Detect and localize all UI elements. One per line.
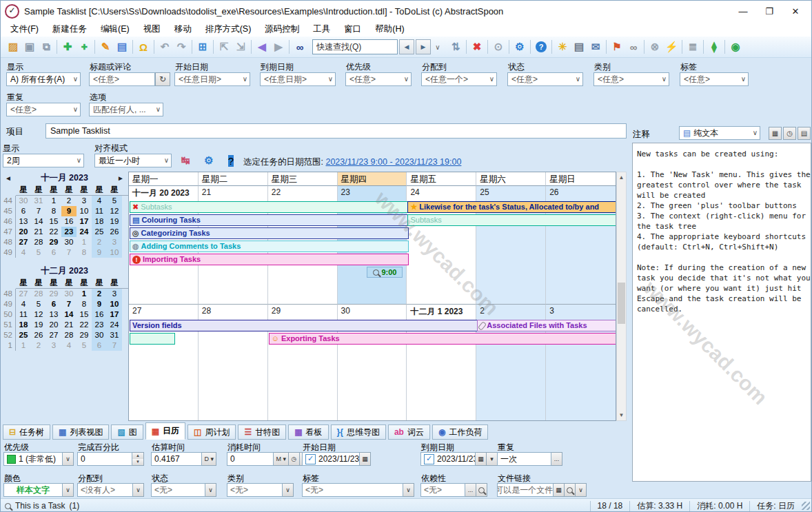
minimize-button[interactable]: — bbox=[731, 3, 755, 19]
filter-显示-combo[interactable]: A) 所有任务(A)∨ bbox=[6, 72, 81, 86]
mini-day-cell[interactable]: 25 bbox=[92, 227, 107, 237]
mini-day-cell[interactable]: 2 bbox=[31, 340, 46, 351]
mini-day-cell[interactable]: 21 bbox=[31, 227, 46, 237]
task-bar-categorizing-tasks[interactable]: ◎Categorizing Tasks bbox=[130, 227, 409, 239]
tab-列表视图[interactable]: ▦列表视图 bbox=[52, 424, 109, 440]
task-bar-mint[interactable] bbox=[130, 333, 175, 345]
task-bar-associated-files-with-tasks[interactable]: Associated Files with Tasks bbox=[477, 320, 616, 331]
tab-词云[interactable]: ab词云 bbox=[388, 424, 430, 440]
open-file-link-icon[interactable] bbox=[565, 483, 576, 497]
mini-day-cell[interactable]: 24 bbox=[77, 227, 92, 237]
time-badge[interactable]: 9:00 bbox=[367, 267, 403, 278]
snap-mode-combo[interactable]: 最近一小时∨ bbox=[94, 154, 172, 167]
field-value[interactable]: 0 bbox=[227, 452, 274, 466]
mini-day-cell[interactable]: 24 bbox=[107, 320, 122, 330]
chevron-down-icon[interactable]: ∨ bbox=[205, 483, 216, 497]
mini-day-cell[interactable]: 2 bbox=[61, 196, 77, 206]
comments-time-icon[interactable]: ◷ bbox=[783, 127, 796, 140]
mini-day-cell[interactable]: 7 bbox=[107, 340, 122, 351]
mini-day-cell[interactable]: 5 bbox=[31, 247, 46, 258]
tab-看板[interactable]: ▦看板 bbox=[288, 424, 328, 440]
mini-day-cell[interactable]: 17 bbox=[107, 309, 122, 320]
mini-day-cell[interactable]: 1 bbox=[46, 196, 61, 206]
chevron-down-icon[interactable]: ∨ bbox=[283, 483, 294, 497]
filter-选项-combo[interactable]: 匹配任何人, ...∨ bbox=[89, 103, 163, 116]
mini-day-cell[interactable]: 7 bbox=[31, 206, 46, 216]
mini-day-cell[interactable]: 29 bbox=[46, 237, 61, 247]
spin-up-icon[interactable]: ▲ bbox=[132, 453, 143, 459]
maximize-button[interactable]: ❐ bbox=[758, 3, 781, 19]
mini-day-cell[interactable]: 12 bbox=[107, 206, 122, 216]
calendar-picker-icon[interactable]: ▦ bbox=[360, 452, 371, 466]
filter-到期日期-combo[interactable]: <任意日期>∨ bbox=[260, 72, 336, 86]
date-range-link[interactable]: 2023/11/23 9:00 - 2023/11/23 19:00 bbox=[325, 157, 461, 167]
mini-day-cell[interactable]: 6 bbox=[46, 247, 61, 258]
tab-甘特图[interactable]: ☰甘特图 bbox=[238, 424, 286, 440]
task-bar-version-fields[interactable]: Version fields bbox=[130, 320, 478, 331]
mini-day-cell[interactable]: 18 bbox=[16, 320, 31, 330]
mini-day-cell[interactable]: 31 bbox=[31, 196, 46, 206]
task-bar-subtasks[interactable]: ✖Subtasks bbox=[130, 201, 409, 213]
delete-task-icon[interactable]: ✖ bbox=[469, 39, 485, 55]
prev-month-icon[interactable]: ◄ bbox=[3, 172, 13, 185]
field-value[interactable]: 0 bbox=[77, 452, 132, 466]
mini-day-cell[interactable]: 17 bbox=[77, 216, 92, 227]
date-checkbox[interactable]: ✓ bbox=[424, 454, 434, 464]
time-unit-button[interactable]: M ▾ bbox=[274, 452, 289, 466]
field-value[interactable]: 一次 bbox=[497, 452, 551, 466]
edit-task-icon[interactable]: ✎ bbox=[97, 39, 114, 55]
mini-day-cell[interactable]: 26 bbox=[31, 330, 46, 340]
menu-工具[interactable]: 工具 bbox=[306, 21, 337, 37]
filter-标签-combo[interactable]: <任意>∨ bbox=[680, 72, 749, 86]
mini-day-cell[interactable]: 8 bbox=[77, 247, 92, 258]
field-value[interactable]: <无> bbox=[302, 483, 403, 497]
menu-新建任务[interactable]: 新建任务 bbox=[45, 21, 94, 37]
field-value[interactable]: <无> bbox=[227, 483, 283, 497]
mini-day-cell[interactable]: 31 bbox=[107, 330, 122, 340]
time-unit-button[interactable]: D ▾ bbox=[202, 452, 216, 466]
menu-帮助-h[interactable]: 帮助(H) bbox=[368, 21, 411, 37]
filter-开始日期-combo[interactable]: <任意日期>∨ bbox=[174, 72, 250, 86]
task-bar-adding-comments-to-tasks[interactable]: ◍Adding Comments to Tasks bbox=[130, 240, 409, 252]
browse-file-icon[interactable]: ▦ bbox=[554, 483, 565, 497]
mini-day-cell[interactable]: 2 bbox=[92, 289, 107, 299]
reminder-icon[interactable]: Ω bbox=[135, 39, 152, 55]
mini-day-cell[interactable]: 3 bbox=[46, 340, 61, 351]
mini-day-cell[interactable]: 30 bbox=[16, 196, 31, 206]
mini-day-cell[interactable]: 7 bbox=[61, 247, 77, 258]
filter-优先级-combo[interactable]: <任意>∨ bbox=[345, 72, 412, 86]
comments-format-combo[interactable]: ▤ 纯文本 ∨ bbox=[679, 126, 760, 140]
save-all-icon[interactable]: ⧉ bbox=[38, 39, 54, 55]
calendar-vertical-scrollbar[interactable]: ▲▼ bbox=[616, 172, 627, 421]
filter-分配到-combo[interactable]: <任意一个>∨ bbox=[421, 72, 497, 86]
mini-day-cell[interactable]: 4 bbox=[61, 340, 77, 351]
percent-spinner[interactable]: ▲▼ bbox=[132, 452, 144, 466]
mini-day-cell[interactable]: 28 bbox=[61, 330, 77, 340]
chevron-down-icon[interactable]: ∨ bbox=[63, 483, 74, 497]
mini-day-cell[interactable]: 13 bbox=[16, 216, 31, 227]
calendar-settings-icon[interactable]: ⚙ bbox=[201, 153, 217, 168]
paste-under-icon[interactable]: ⇲ bbox=[232, 39, 249, 55]
tab-日历[interactable]: ▦日历 bbox=[145, 422, 185, 440]
field-value[interactable]: 0.4167 bbox=[151, 452, 202, 466]
field-value[interactable]: <无> bbox=[151, 483, 205, 497]
back-icon[interactable]: ◀ bbox=[254, 39, 270, 55]
scroll-thumb[interactable] bbox=[618, 283, 625, 324]
tab-工作负荷[interactable]: ◉工作负荷 bbox=[432, 424, 488, 440]
quick-find-input[interactable] bbox=[312, 39, 398, 54]
chevron-down-icon[interactable]: ▾ bbox=[487, 452, 498, 466]
mini-day-cell[interactable]: 21 bbox=[61, 320, 77, 330]
mini-day-cell[interactable]: 4 bbox=[16, 247, 31, 258]
mini-day-cell[interactable]: 13 bbox=[46, 309, 61, 320]
quick-find-next-icon[interactable]: ▶ bbox=[416, 39, 431, 54]
mini-day-cell[interactable]: 30 bbox=[61, 237, 77, 247]
mini-day-cell[interactable]: 7 bbox=[61, 299, 77, 309]
chevron-down-icon[interactable]: ∨ bbox=[432, 40, 443, 54]
mini-day-cell[interactable]: 26 bbox=[107, 227, 122, 237]
tab-图[interactable]: ▧图 bbox=[111, 424, 143, 440]
task-bar-likewise-for-the-task-s-status-allocated[interactable]: ★Likewise for the task's Status, Allocat… bbox=[407, 201, 616, 213]
date-checkbox[interactable]: ✓ bbox=[305, 454, 316, 464]
mini-day-cell[interactable]: 28 bbox=[31, 237, 46, 247]
menu-视图[interactable]: 视图 bbox=[136, 21, 168, 37]
mini-day-cell[interactable]: 16 bbox=[92, 309, 107, 320]
